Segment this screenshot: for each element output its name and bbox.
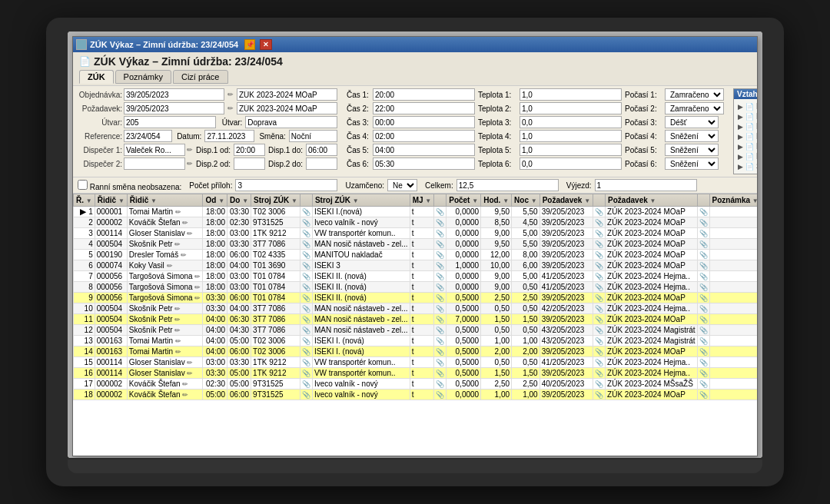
cell-stroj-icon[interactable]: 📎 bbox=[300, 336, 312, 346]
cell-req1-icon[interactable]: 📎 bbox=[593, 303, 606, 314]
cell-req2-icon[interactable]: 📎 bbox=[697, 239, 709, 250]
cell-req1-icon[interactable]: 📎 bbox=[593, 239, 606, 250]
col-num[interactable]: Ř. ▼ bbox=[74, 194, 95, 207]
pocet-input[interactable] bbox=[235, 179, 337, 191]
utvar-input[interactable] bbox=[124, 116, 216, 128]
teplota6-input[interactable] bbox=[520, 158, 622, 170]
teplota3-input[interactable] bbox=[520, 116, 622, 128]
cell-mj-icon[interactable]: 📎 bbox=[434, 260, 447, 271]
edit-row-icon[interactable]: ✏ bbox=[194, 273, 201, 280]
cas3-input[interactable] bbox=[373, 116, 475, 128]
col-stroj[interactable]: Stroj ZÚK ▼ bbox=[251, 194, 300, 207]
cas6-input[interactable] bbox=[373, 158, 475, 170]
cell-mj-icon[interactable]: 📎 bbox=[434, 336, 447, 346]
cell-stroj-icon[interactable]: 📎 bbox=[300, 217, 312, 228]
teplota5-input[interactable] bbox=[520, 144, 622, 156]
cell-req2-icon[interactable]: 📎 bbox=[697, 303, 709, 314]
table-row[interactable]: 10 000504 Skošník Petr ✏ 03:30 04:00 3T7… bbox=[74, 303, 758, 314]
edit-icon-1[interactable]: ✏ bbox=[226, 90, 235, 99]
cell-req1-icon[interactable]: 📎 bbox=[593, 357, 606, 368]
reference-input[interactable] bbox=[124, 130, 172, 142]
cell-req2-icon[interactable]: 📎 bbox=[697, 207, 709, 217]
dispecer1-input[interactable] bbox=[124, 144, 185, 156]
cell-stroj-icon[interactable]: 📎 bbox=[300, 390, 312, 400]
edit-row-icon[interactable]: ✏ bbox=[187, 230, 193, 237]
cell-mj-icon[interactable]: 📎 bbox=[434, 314, 447, 325]
cell-req1-icon[interactable]: 📎 bbox=[593, 260, 606, 271]
pin-button[interactable]: 📌 bbox=[244, 39, 255, 50]
cas4-input[interactable] bbox=[373, 130, 475, 142]
col-noc[interactable]: Noc ▼ bbox=[512, 194, 540, 207]
cell-req1-icon[interactable]: 📎 bbox=[593, 379, 606, 390]
tab-zuk[interactable]: ZÚK bbox=[79, 70, 114, 84]
edit-row-icon[interactable]: ✏ bbox=[175, 208, 181, 216]
table-row[interactable]: 13 000163 Tomai Martin ✏ 04:00 05:00 T02… bbox=[74, 336, 758, 346]
table-row[interactable]: 6 000074 Koky Vasil ✏ 18:00 04:00 T01 36… bbox=[74, 260, 758, 271]
edit-row-icon[interactable]: ✏ bbox=[187, 370, 193, 377]
disp2-od-input[interactable] bbox=[234, 158, 265, 170]
teplota4-input[interactable] bbox=[520, 130, 622, 142]
cell-stroj-icon[interactable]: 📎 bbox=[300, 303, 312, 314]
disp2-do-input[interactable] bbox=[306, 158, 337, 170]
pocasi4-select[interactable]: Sněžení bbox=[665, 130, 719, 142]
col-ridic[interactable]: Řidič ▼ bbox=[95, 194, 127, 207]
table-row[interactable]: 7 000056 Targošová Simona ✏ 18:00 03:00 … bbox=[74, 271, 758, 282]
edit-row-icon[interactable]: ✏ bbox=[174, 316, 181, 323]
cell-stroj-icon[interactable]: 📎 bbox=[300, 207, 312, 217]
pocasi1-select[interactable]: Zamračeno bbox=[665, 88, 724, 101]
cell-mj-icon[interactable]: 📎 bbox=[434, 357, 447, 368]
table-row[interactable]: 16 000114 Gloser Stanislav ✏ 03:30 05:00… bbox=[74, 368, 758, 379]
cell-req2-icon[interactable]: 📎 bbox=[697, 282, 709, 293]
edit-row-icon[interactable]: ✏ bbox=[175, 337, 181, 345]
cell-req1-icon[interactable]: 📎 bbox=[593, 336, 606, 346]
cell-stroj-icon[interactable]: 📎 bbox=[300, 239, 312, 250]
col-pozn[interactable]: Poznámka ▼ bbox=[709, 194, 757, 207]
cell-req1-icon[interactable]: 📎 bbox=[593, 293, 606, 303]
edit-row-icon[interactable]: ✏ bbox=[187, 359, 193, 366]
vztahy-item-1[interactable]: ▶ 📄 Koef.útvaru 01 bbox=[738, 111, 757, 121]
cell-stroj-icon[interactable]: 📎 bbox=[300, 325, 312, 336]
cell-mj-icon[interactable]: 📎 bbox=[434, 239, 447, 250]
cell-stroj-icon[interactable]: 📎 bbox=[300, 357, 312, 368]
smena-input[interactable] bbox=[289, 130, 337, 142]
cell-req1-icon[interactable]: 📎 bbox=[593, 390, 606, 400]
cell-stroj-icon[interactable]: 📎 bbox=[300, 282, 312, 293]
cell-req2-icon[interactable]: 📎 bbox=[697, 357, 709, 368]
cell-stroj-icon[interactable]: 📎 bbox=[300, 293, 312, 303]
cell-mj-icon[interactable]: 📎 bbox=[434, 271, 447, 282]
cell-req2-icon[interactable]: 📎 bbox=[697, 293, 709, 303]
cell-req2-icon[interactable]: 📎 bbox=[697, 379, 709, 390]
dispecer2-input[interactable] bbox=[124, 158, 185, 170]
pocasi6-select[interactable]: Sněžení bbox=[665, 158, 719, 170]
cell-stroj-icon[interactable]: 📎 bbox=[300, 228, 312, 239]
cell-mj-icon[interactable]: 📎 bbox=[434, 228, 447, 239]
table-row[interactable]: 8 000056 Targošová Simona ✏ 18:00 03:00 … bbox=[74, 282, 758, 293]
edit-row-icon[interactable]: ✏ bbox=[194, 294, 201, 302]
cell-req2-icon[interactable]: 📎 bbox=[697, 314, 709, 325]
cell-mj-icon[interactable]: 📎 bbox=[434, 379, 447, 390]
teplota1-input[interactable] bbox=[520, 88, 622, 101]
vztahy-item-3[interactable]: ▶ 📄 Koeficient stroje 01 bbox=[738, 131, 757, 141]
cell-req2-icon[interactable]: 📎 bbox=[697, 390, 709, 400]
tab-cizi-prace[interactable]: Cizí práce bbox=[173, 70, 228, 84]
edit-row-icon[interactable]: ✏ bbox=[174, 305, 181, 313]
col-req2[interactable]: Požadavek ▼ bbox=[606, 194, 698, 207]
cell-stroj-icon[interactable]: 📎 bbox=[300, 346, 312, 357]
objednavka-input2[interactable] bbox=[237, 88, 337, 101]
cas5-input[interactable] bbox=[373, 144, 475, 156]
cell-req2-icon[interactable]: 📎 bbox=[697, 228, 709, 239]
cell-mj-icon[interactable]: 📎 bbox=[434, 368, 447, 379]
cell-req2-icon[interactable]: 📎 bbox=[697, 325, 709, 336]
cell-mj-icon[interactable]: 📎 bbox=[434, 303, 447, 314]
cell-stroj-icon[interactable]: 📎 bbox=[300, 314, 312, 325]
table-row[interactable]: 14 000163 Tomai Martin ✏ 04:00 06:00 T02… bbox=[74, 346, 758, 357]
cell-mj-icon[interactable]: 📎 bbox=[434, 217, 447, 228]
cell-req1-icon[interactable]: 📎 bbox=[593, 325, 606, 336]
cell-req1-icon[interactable]: 📎 bbox=[593, 217, 606, 228]
ranní-checkbox[interactable] bbox=[78, 180, 88, 190]
edit-row-icon[interactable]: ✏ bbox=[174, 327, 181, 334]
vztahy-item-2[interactable]: ▶ 📄 Koef.útvaru 02 bbox=[738, 121, 757, 131]
pocasi5-select[interactable]: Sněžení bbox=[665, 144, 719, 156]
edit-icon-3[interactable]: ✏ bbox=[187, 145, 193, 154]
cell-req2-icon[interactable]: 📎 bbox=[697, 217, 709, 228]
